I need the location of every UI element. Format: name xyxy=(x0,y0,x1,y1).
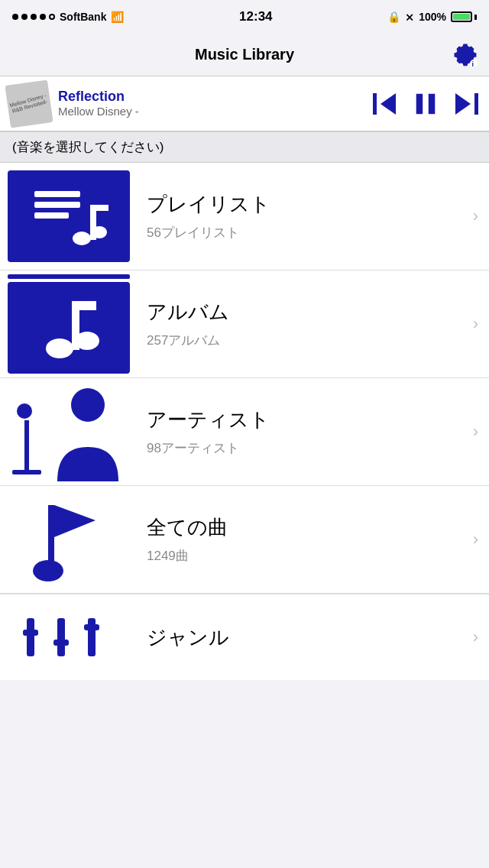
svg-rect-2 xyxy=(373,93,377,115)
songs-icon xyxy=(19,490,118,589)
svg-rect-8 xyxy=(34,191,80,197)
gear-icon: i xyxy=(452,42,478,68)
svg-marker-3 xyxy=(381,93,396,115)
carrier-label: SoftBank xyxy=(60,11,106,23)
svg-rect-4 xyxy=(416,93,423,113)
svg-rect-17 xyxy=(72,301,96,310)
genre-icon-area xyxy=(0,607,138,668)
pause-button[interactable] xyxy=(413,91,439,117)
album-art-inner: Mellow Disney -R&B Revisited- xyxy=(5,79,53,128)
genre-chevron: › xyxy=(473,627,489,647)
svg-rect-19 xyxy=(24,420,29,474)
genre-bar[interactable]: ジャンル › xyxy=(0,594,489,680)
svg-rect-26 xyxy=(27,618,34,656)
svg-rect-10 xyxy=(34,212,69,219)
songs-chevron: › xyxy=(473,530,489,549)
prev-button[interactable] xyxy=(371,90,399,118)
album-icon-bg xyxy=(8,282,130,374)
svg-rect-31 xyxy=(84,624,99,630)
battery-body xyxy=(451,11,472,22)
artist-chevron: › xyxy=(473,422,489,442)
album-art-label: Mellow Disney -R&B Revisited- xyxy=(9,95,48,112)
stack-bar-top xyxy=(8,274,130,279)
artist-subtitle: 98アーティスト xyxy=(147,439,464,457)
svg-point-21 xyxy=(17,403,32,419)
svg-point-14 xyxy=(92,226,107,238)
svg-text:i: i xyxy=(472,60,474,67)
playlist-icon xyxy=(27,182,111,251)
svg-point-18 xyxy=(75,332,99,350)
playlist-icon-container xyxy=(0,163,138,270)
album-art: Mellow Disney -R&B Revisited- xyxy=(5,79,53,128)
dot5 xyxy=(49,14,55,20)
library-item-album[interactable]: アルバム 257アルバム › xyxy=(0,270,489,378)
genre-text-area: ジャンル xyxy=(138,624,473,651)
settings-button[interactable]: i xyxy=(452,42,478,68)
library-item-songs[interactable]: 全ての曲 1249曲 › xyxy=(0,486,489,594)
svg-rect-27 xyxy=(23,630,38,636)
track-info: Reflection Mellow Disney - xyxy=(58,89,364,119)
section-header: (音楽を選択してください) xyxy=(0,131,489,163)
album-icon xyxy=(31,293,107,362)
dot1 xyxy=(12,14,18,20)
svg-rect-28 xyxy=(57,618,65,656)
svg-marker-7 xyxy=(455,93,471,115)
svg-rect-13 xyxy=(90,205,108,211)
dot2 xyxy=(21,14,28,20)
album-title: アルバム xyxy=(147,299,464,326)
library-list: プレイリスト 56プレイリスト › アルバム 257アルバム xyxy=(0,163,489,594)
artist-icon-container xyxy=(0,378,138,485)
player-controls xyxy=(371,90,480,118)
status-right: 🔒 ⨯ 100% xyxy=(387,11,477,23)
next-button[interactable] xyxy=(452,90,480,118)
library-item-playlist[interactable]: プレイリスト 56プレイリスト › xyxy=(0,163,489,270)
svg-rect-6 xyxy=(474,93,478,115)
svg-point-15 xyxy=(46,338,73,358)
genre-icon xyxy=(11,611,126,664)
songs-text: 全ての曲 1249曲 xyxy=(138,514,473,565)
playlist-text: プレイリスト 56プレイリスト xyxy=(138,191,473,241)
battery-indicator xyxy=(451,11,477,22)
battery-fill xyxy=(453,14,470,20)
dot3 xyxy=(31,14,37,20)
playlist-title: プレイリスト xyxy=(147,191,464,218)
nav-bar: Music Library i xyxy=(0,34,489,76)
playlist-icon-bg xyxy=(8,170,130,262)
nav-title: Music Library xyxy=(195,46,294,63)
album-icon-container xyxy=(0,270,138,377)
svg-rect-20 xyxy=(12,470,41,474)
dot4 xyxy=(40,14,46,20)
pause-icon xyxy=(413,91,439,117)
album-chevron: › xyxy=(473,314,489,334)
svg-marker-24 xyxy=(54,505,96,537)
artist-title: アーティスト xyxy=(147,406,464,433)
track-title: Reflection xyxy=(58,89,364,105)
album-text: アルバム 257アルバム xyxy=(138,299,473,349)
prev-icon xyxy=(371,90,399,118)
now-playing-bar[interactable]: Mellow Disney -R&B Revisited- Reflection… xyxy=(0,76,489,131)
svg-point-25 xyxy=(33,560,63,581)
svg-rect-29 xyxy=(53,640,69,646)
svg-point-11 xyxy=(73,232,91,245)
songs-title: 全ての曲 xyxy=(147,514,464,541)
status-bar: SoftBank 📶 12:34 🔒 ⨯ 100% xyxy=(0,0,489,34)
bluetooth-icon: ⨯ xyxy=(405,11,414,23)
svg-rect-9 xyxy=(34,202,80,208)
lock-icon: 🔒 xyxy=(387,11,400,23)
svg-rect-30 xyxy=(88,618,96,656)
artist-icon xyxy=(8,382,130,481)
svg-point-22 xyxy=(71,388,105,422)
songs-icon-container xyxy=(0,486,138,593)
album-icon-stacked xyxy=(8,274,130,374)
songs-subtitle: 1249曲 xyxy=(147,547,464,565)
track-album: Mellow Disney - xyxy=(58,105,364,118)
wifi-icon: 📶 xyxy=(111,11,124,23)
svg-rect-5 xyxy=(429,93,436,113)
playlist-chevron: › xyxy=(473,206,489,226)
genre-title: ジャンル xyxy=(147,624,464,651)
playlist-subtitle: 56プレイリスト xyxy=(147,224,464,241)
library-item-artist[interactable]: アーティスト 98アーティスト › xyxy=(0,378,489,486)
status-time: 12:34 xyxy=(239,9,272,24)
album-subtitle: 257アルバム xyxy=(147,332,464,349)
artist-text: アーティスト 98アーティスト xyxy=(138,406,473,457)
